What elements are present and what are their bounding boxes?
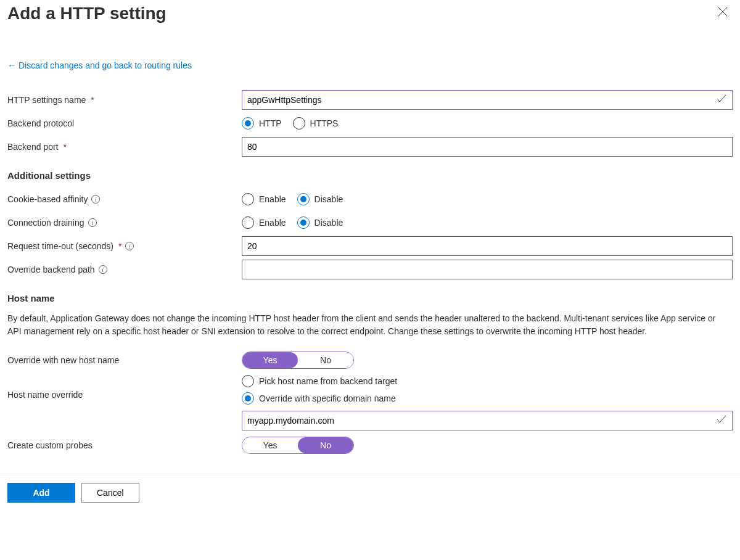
domain-name-input[interactable] [242,411,733,430]
radio-label: Pick host name from backend target [259,376,397,386]
info-icon[interactable]: i [125,242,134,250]
required-asterisk: * [118,241,121,251]
arrow-left-icon: ← [7,60,16,70]
discard-link[interactable]: ←Discard changes and go back to routing … [7,60,192,70]
radio-override-specific[interactable]: Override with specific domain name [242,392,733,405]
radio-icon [297,216,310,229]
toggle-no[interactable]: No [298,437,353,453]
toggle-custom-probes[interactable]: Yes No [242,437,354,454]
host-name-description: By default, Application Gateway does not… [7,312,717,338]
label-host-name-override: Host name override [7,390,83,400]
radio-pick-from-backend[interactable]: Pick host name from backend target [242,375,733,387]
close-icon[interactable] [713,4,733,21]
radio-drain-disable[interactable]: Disable [297,216,343,229]
radio-label: HTTP [259,118,282,128]
radio-icon [242,375,254,387]
label-cookie-affinity: Cookie-based affinity [7,194,88,204]
label-connection-draining: Connection draining [7,218,84,228]
label-override-backend-path: Override backend path [7,265,95,274]
radio-label: Enable [259,194,286,204]
radio-http[interactable]: HTTP [242,117,282,130]
discard-text: Discard changes and go back to routing r… [18,60,192,70]
radio-https[interactable]: HTTPS [293,117,339,130]
radio-icon [293,117,305,130]
radio-label: Enable [259,218,286,228]
radio-drain-enable[interactable]: Enable [242,216,286,229]
radio-label: Disable [314,194,343,204]
panel-title: Add a HTTP setting [7,4,166,23]
required-asterisk: * [91,95,94,105]
radio-icon [242,216,254,229]
label-request-timeout: Request time-out (seconds) [7,241,113,251]
heading-host-name: Host name [7,293,733,303]
required-asterisk: * [64,142,67,152]
request-timeout-input[interactable] [242,236,733,256]
override-backend-path-input[interactable] [242,260,733,279]
label-override-new-host: Override with new host name [7,355,119,365]
add-button[interactable]: Add [7,483,75,503]
radio-icon [242,392,254,405]
label-http-settings-name: HTTP settings name [7,95,86,105]
radio-icon [297,193,310,205]
radio-cookie-enable[interactable]: Enable [242,193,286,205]
info-icon[interactable]: i [88,218,97,227]
radio-icon [242,193,254,205]
info-icon[interactable]: i [99,265,107,274]
toggle-no[interactable]: No [298,352,353,368]
label-backend-protocol: Backend protocol [7,118,74,128]
info-icon[interactable]: i [91,195,100,204]
cancel-button[interactable]: Cancel [81,483,139,503]
radio-cookie-disable[interactable]: Disable [297,193,343,205]
toggle-yes[interactable]: Yes [242,437,298,453]
radio-label: HTTPS [310,118,339,128]
backend-port-input[interactable] [242,137,733,157]
label-backend-port: Backend port [7,142,59,152]
heading-additional-settings: Additional settings [7,170,733,181]
radio-label: Disable [314,218,343,228]
radio-icon [242,117,254,130]
radio-label: Override with specific domain name [259,393,396,403]
label-create-custom-probes: Create custom probes [7,440,92,450]
http-settings-name-input[interactable] [242,90,733,110]
toggle-override-host[interactable]: Yes No [242,352,354,369]
toggle-yes[interactable]: Yes [242,352,298,368]
